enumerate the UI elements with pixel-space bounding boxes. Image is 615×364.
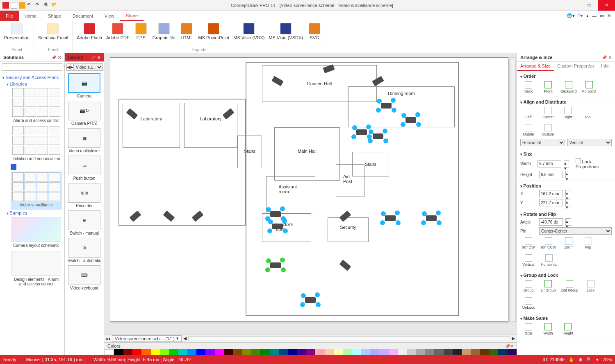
export-html-button[interactable]: HTML	[178, 22, 195, 41]
x-spinner[interactable]: ▴▾	[565, 190, 571, 197]
rtab-custom[interactable]: Custom Properties	[554, 62, 598, 71]
status-zoom[interactable]: 78%	[603, 357, 612, 362]
document-tab[interactable]: Video surveillance sch… (1/1) ▾	[112, 335, 182, 342]
collapse-ribbon-icon[interactable]: ▴	[586, 13, 589, 18]
position-header[interactable]: Position	[520, 183, 612, 189]
tab-document[interactable]: Document	[67, 11, 99, 21]
export-svg-button[interactable]: SVG	[306, 22, 323, 41]
order-forward-button[interactable]: Forward	[582, 81, 597, 93]
align-right-button[interactable]: Right	[560, 107, 575, 119]
distribute-v-select[interactable]: Vertical	[567, 139, 612, 146]
new-doc-icon[interactable]	[11, 2, 17, 9]
tab-view[interactable]: View	[99, 11, 120, 21]
group-header[interactable]: Group and Lock	[520, 272, 612, 278]
same-header[interactable]: Make Same	[520, 315, 612, 321]
pin-select[interactable]: Center-Center	[539, 227, 612, 235]
flip-v-button[interactable]: Vertical	[521, 254, 536, 267]
drawing-canvas[interactable]: Concert Hall Dinning room Laboratory Lab…	[104, 53, 517, 334]
camera-selected[interactable]	[381, 103, 392, 109]
flip-h-button[interactable]: Horizontal	[541, 254, 558, 267]
lib-item-recorder[interactable]: ⊚⊚Recorder	[66, 183, 103, 209]
height-spinner[interactable]: ▴▾	[565, 171, 571, 178]
stencil-grid-video[interactable]	[11, 172, 62, 202]
width-input[interactable]	[538, 160, 561, 167]
export-graphic-button[interactable]: Graphic file	[152, 22, 176, 41]
close-panel-icon[interactable]: ✕	[58, 55, 61, 60]
same-size-button[interactable]: Size	[521, 323, 536, 335]
arrange-close-icon[interactable]: ✕	[608, 55, 612, 60]
distribute-h-select[interactable]: Horizontal	[520, 139, 565, 146]
lib-item-camera[interactable]: 📷Camera	[66, 73, 103, 99]
lib-item-pushbutton[interactable]: ▭Push button	[66, 156, 103, 181]
same-height-button[interactable]: Height	[560, 323, 575, 335]
y-spinner[interactable]: ▴▾	[565, 199, 571, 206]
camera-selected[interactable]	[405, 117, 416, 123]
lib-dropdown[interactable]: Video su…	[74, 63, 103, 71]
lib-next-button[interactable]: ▶	[70, 63, 74, 71]
align-middle-button[interactable]: Middle	[521, 124, 536, 136]
export-eps-button[interactable]: EPS	[133, 22, 149, 41]
send-email-button[interactable]: Send via Email	[37, 22, 69, 41]
tab-share[interactable]: Share	[120, 11, 144, 21]
camera-selected[interactable]	[305, 297, 316, 303]
search-input[interactable]	[2, 63, 62, 71]
redo-icon[interactable]: ↷	[35, 2, 42, 9]
stencil-grid-alarm[interactable]	[11, 87, 62, 118]
camera-selected[interactable]	[272, 224, 283, 229]
export-pdf-button[interactable]: Adobe PDF	[105, 22, 130, 41]
maximize-button[interactable]: ▭	[581, 0, 598, 11]
export-vdx-button[interactable]: MS Visio (VDX)	[232, 22, 265, 41]
y-input[interactable]	[539, 199, 563, 206]
lang-icon[interactable]: 🌐▾	[567, 13, 575, 18]
align-bottom-button[interactable]: Bottom	[541, 124, 556, 136]
help-icon[interactable]: ?▾	[578, 13, 583, 18]
camera-selected[interactable]	[385, 215, 396, 221]
status-target-icon[interactable]: ⊕	[579, 357, 582, 362]
x-input[interactable]	[539, 190, 563, 197]
width-spinner[interactable]: ▴▾	[564, 160, 569, 167]
align-top-button[interactable]: Top	[580, 107, 595, 119]
export-ppt-button[interactable]: MS PowerPoint	[197, 22, 230, 41]
save-lib-icon[interactable]	[11, 164, 16, 170]
camera-selected[interactable]	[356, 129, 367, 135]
export-flash-button[interactable]: Adobe Flash	[76, 22, 103, 41]
lib-close-icon[interactable]: ✕	[97, 55, 100, 60]
lib-item-switch-manual[interactable]: ⊖Switch - manual	[66, 210, 103, 236]
camera-selected[interactable]	[270, 211, 281, 217]
vertical-scrollbar[interactable]	[510, 57, 516, 322]
file-menu[interactable]: File	[0, 11, 19, 21]
sample-thumb-design[interactable]	[11, 251, 61, 276]
lib-item-switch-auto[interactable]: ⊕Switch - automatic	[66, 238, 103, 264]
window-close-icon[interactable]: ✕	[607, 13, 611, 18]
rotate-cw-button[interactable]: 90° CW	[521, 237, 536, 249]
colors-close-icon[interactable]: ✕	[510, 344, 513, 348]
tree-samples[interactable]: Samples	[7, 210, 62, 216]
lib-item-multiplexer[interactable]: ▦Video multiplexer	[66, 128, 103, 154]
tab-shape[interactable]: Shape	[42, 11, 67, 21]
lock-button[interactable]: Lock	[583, 280, 598, 292]
size-header[interactable]: Size	[520, 151, 612, 157]
tree-root[interactable]: Security and Access Plans	[2, 74, 62, 81]
flip-button[interactable]: Flip	[581, 237, 596, 249]
save-icon[interactable]	[19, 2, 25, 9]
tab-nav-first-icon[interactable]: ⏮	[106, 336, 110, 341]
rtab-arrange[interactable]: Arrange & Size	[517, 62, 554, 71]
camera-selected[interactable]	[426, 215, 437, 221]
rotate-ccw-button[interactable]: 90° CCW	[541, 237, 556, 249]
pin-icon[interactable]: 📌	[51, 55, 56, 60]
lock-proportions-checkbox[interactable]	[576, 158, 581, 163]
order-backward-button[interactable]: Backward	[560, 81, 577, 93]
tab-home[interactable]: Home	[19, 11, 42, 21]
window-min-icon[interactable]: —	[592, 14, 597, 18]
order-back-button[interactable]: Back	[521, 81, 536, 93]
close-button[interactable]: ✕	[598, 0, 615, 11]
status-zoom-out-icon[interactable]: 🔍	[586, 357, 592, 362]
order-header[interactable]: Order	[520, 73, 612, 79]
lib-pin-icon[interactable]: 📌	[91, 55, 96, 60]
lib-item-keyboard[interactable]: ⌨Video keyboard	[66, 265, 103, 291]
align-left-button[interactable]: Left	[521, 107, 536, 119]
tab-nav-prev-icon[interactable]: ◀	[183, 336, 187, 341]
angle-spinner[interactable]: ▴▾	[565, 218, 571, 226]
angle-input[interactable]	[539, 218, 563, 226]
colors-pin-icon[interactable]: 📌	[505, 344, 510, 348]
